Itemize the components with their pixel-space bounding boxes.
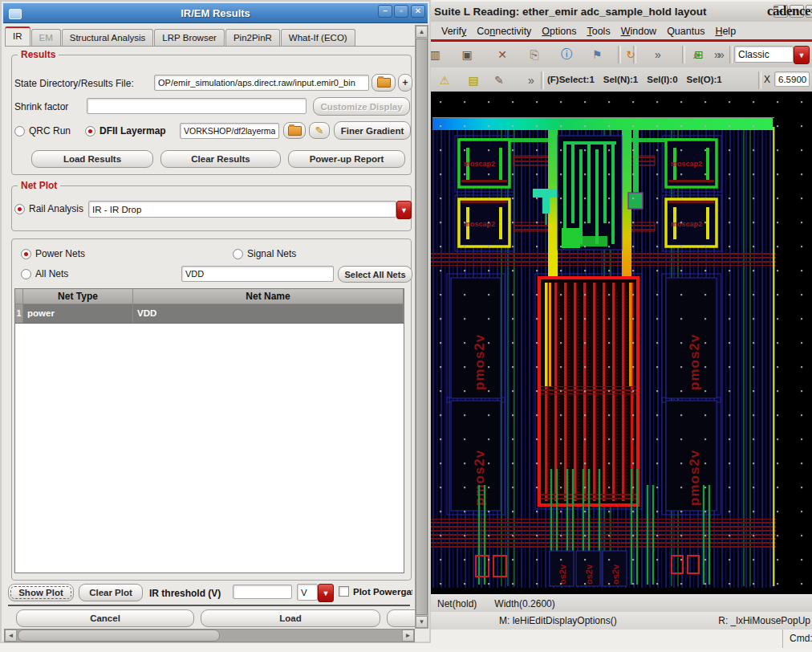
frame-icon[interactable]: ▣ [457, 45, 477, 64]
unit-combo-arrow[interactable]: ▼ [318, 584, 334, 602]
net-filter-field[interactable] [181, 266, 334, 282]
redo-icon[interactable]: ↻ [620, 45, 641, 64]
menu-tools[interactable]: Tools [587, 26, 610, 37]
analysis-mode-combobox[interactable]: IR - IR Drop [88, 201, 396, 218]
tab-pin2pinr[interactable]: Pin2PinR [225, 29, 280, 46]
workspace-combo-arrow[interactable]: ▼ [794, 46, 810, 64]
cancel-button[interactable]: Cancel [16, 609, 194, 627]
toolbar-separator [682, 46, 685, 63]
unit-combobox[interactable]: V [297, 584, 318, 601]
analysis-mode-combo-arrow[interactable]: ▼ [396, 201, 412, 219]
shrink-factor-field[interactable] [87, 98, 307, 114]
more-icon-3[interactable]: » [711, 45, 732, 64]
add-results-button[interactable]: + [398, 74, 412, 92]
results-group-title: Results [18, 49, 59, 60]
cadence-logo: cādence [767, 3, 810, 19]
plot-powergate-checkbox[interactable] [339, 586, 349, 597]
folder-icon [288, 126, 302, 136]
horizontal-scrollbar[interactable]: ◄ ► [4, 629, 415, 642]
state-file-label: State Directory/Results File: [14, 78, 134, 89]
close-button[interactable]: ✕ [411, 5, 425, 18]
scroll-up-button[interactable]: ▲ [416, 26, 428, 38]
browse-layermap-button[interactable] [283, 122, 306, 139]
table-row[interactable]: 1powerVDD [15, 304, 404, 324]
layout-window-titlebar[interactable]: Suite L Reading: ether_emir adc_sample_h… [431, 2, 812, 22]
add-instance-icon[interactable]: ⊞ [688, 45, 709, 64]
scroll-down-button[interactable]: ▼ [416, 616, 428, 628]
net-name-header[interactable]: Net Name [133, 289, 404, 304]
show-plot-button[interactable]: Show Plot [8, 584, 74, 601]
finer-gradient-button[interactable]: Finer Gradient [334, 121, 411, 140]
power-nets-label: Power Nets [35, 248, 85, 259]
rail-analysis-radio[interactable] [14, 204, 25, 214]
folder-icon [377, 78, 391, 88]
clear-results-button[interactable]: Clear Results [160, 150, 281, 168]
menu-connectivity[interactable]: Connectivity [477, 26, 531, 37]
scroll-right-button[interactable]: ► [402, 630, 414, 642]
selection-count: Sel(N):1 [603, 75, 638, 84]
ir-threshold-field[interactable] [233, 585, 292, 599]
workspace-combobox[interactable]: Classic [734, 46, 794, 63]
layout-window-title: Suite L Reading: ether_emir adc_sample_h… [434, 6, 707, 18]
ir-threshold-label: IR threshold (V) [149, 588, 221, 599]
menu-options[interactable]: Options [542, 26, 576, 37]
mouse-bindings-bar: M: leHiEditDisplayOptions() R: _lxHiMous… [431, 612, 812, 630]
all-nets-radio[interactable] [21, 269, 31, 279]
edit-layermap-button[interactable]: ✎ [309, 122, 330, 139]
powerup-report-button[interactable]: Power-up Report [288, 150, 405, 168]
load-button[interactable]: Load [201, 609, 380, 627]
browse-state-file-button[interactable] [371, 74, 396, 92]
dialog-titlebar[interactable]: IR/EM Results [3, 3, 428, 23]
net-table[interactable]: Net Type Net Name 1powerVDD [14, 288, 404, 573]
separator [8, 605, 410, 606]
flag-icon[interactable]: ⚑ [587, 45, 607, 64]
layermap-field[interactable] [180, 123, 279, 139]
more-icon-4[interactable]: » [521, 71, 542, 90]
dfii-layermap-label: DFII Layermap [99, 125, 166, 137]
scroll-left-button[interactable]: ◄ [5, 630, 17, 642]
menu-help[interactable]: Help [715, 26, 736, 37]
delete-icon[interactable]: ✕ [492, 45, 513, 64]
rail-analysis-label: Rail Analysis [29, 203, 83, 214]
vertical-scrollbar[interactable]: ▲ ▼ [415, 25, 428, 629]
stamp-icon[interactable]: ⎘ [524, 45, 545, 64]
tab-structural-analysis[interactable]: Structural Analysis [62, 29, 154, 46]
customize-display-button[interactable]: Customize Display [313, 97, 410, 116]
vertical-scrollbar-thumb[interactable] [416, 39, 428, 615]
dialog-title: IR/EM Results [3, 7, 428, 19]
menu-verify[interactable]: Verify [441, 26, 466, 37]
ir-em-results-dialog: IR/EM Results – ▫ ✕ IREMStructural Analy… [0, 0, 431, 643]
tab-lrp-browser[interactable]: LRP Browser [154, 29, 225, 46]
clear-plot-button[interactable]: Clear Plot [79, 584, 143, 601]
tab-em[interactable]: EM [31, 29, 61, 46]
horizontal-scrollbar-thumb[interactable] [18, 630, 220, 642]
selection-status: (F)Select:1Sel(N):1Sel(I):0Sel(O):1 [547, 67, 731, 92]
info-icon[interactable]: ⓘ [556, 45, 577, 64]
load-results-button[interactable]: Load Results [31, 150, 153, 168]
menu-quantus[interactable]: Quantus [667, 26, 704, 37]
hint-statusbar: Net(hold) Width(0.2600) [431, 594, 812, 613]
table-cell: VDD [133, 304, 404, 323]
maximize-button[interactable]: ▫ [394, 5, 408, 18]
dfii-layermap-radio[interactable] [85, 126, 95, 137]
tab-ir[interactable]: IR [5, 26, 30, 46]
tab-divider [5, 46, 415, 47]
partial-icon[interactable]: ▥ [431, 45, 445, 64]
toolbar-main: Classic ▼ ▥▣✕⎘ⓘ⚑↻»⌕»⊞» [431, 42, 812, 68]
more-icon-1[interactable]: » [648, 45, 668, 64]
power-nets-radio[interactable] [21, 249, 31, 259]
layout-canvas[interactable]: moscap2 moscap2 moscap2 moscap2 [431, 92, 812, 594]
qrc-run-radio[interactable] [14, 126, 25, 137]
warning-icon[interactable]: ⚠ [434, 71, 455, 90]
tab-what-if-eco-[interactable]: What-If (ECO) [281, 29, 355, 46]
x-coordinate-field[interactable]: 6.5900 [774, 71, 810, 87]
plot-powergate-label: Plot Powergate Net [353, 587, 412, 597]
state-file-field[interactable] [154, 75, 369, 91]
edit-tool-icon[interactable]: ✎ [489, 71, 510, 90]
signal-nets-radio[interactable] [233, 249, 243, 259]
layers-icon[interactable]: ▤ [463, 71, 484, 90]
select-all-nets-button[interactable]: Select All Nets [338, 266, 412, 283]
minimize-button[interactable]: – [378, 5, 392, 18]
net-type-header[interactable]: Net Type [23, 289, 133, 304]
menu-window[interactable]: Window [621, 26, 656, 37]
